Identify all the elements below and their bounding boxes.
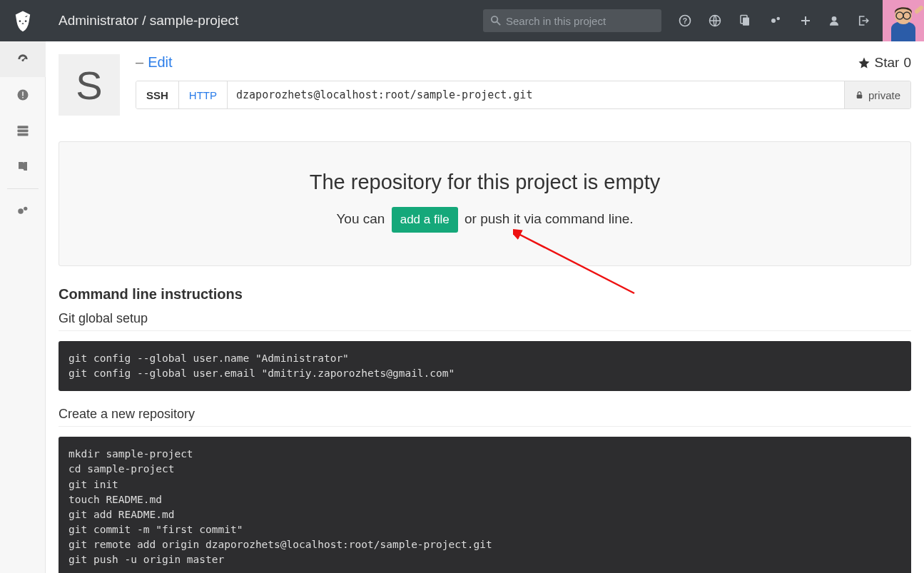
svg-point-0	[492, 16, 497, 22]
help-icon[interactable]: ?	[679, 14, 691, 27]
empty-pre: You can	[336, 211, 385, 226]
global-setup-heading: Git global setup	[59, 311, 911, 331]
visibility-label: private	[868, 89, 900, 101]
top-nav: Administrator / sample-project ?	[0, 0, 924, 41]
cli-heading: Command line instructions	[59, 286, 911, 303]
svg-point-8	[777, 17, 781, 21]
sidebar-separator	[7, 188, 39, 189]
add-file-button[interactable]: add a file	[392, 207, 458, 233]
star-button[interactable]: Star 0	[858, 55, 911, 71]
svg-point-7	[771, 19, 776, 23]
sidebar-item-servers[interactable]	[0, 113, 46, 148]
ssh-tab[interactable]: SSH	[136, 81, 179, 108]
sidebar-item-wiki[interactable]	[0, 148, 46, 184]
visibility-badge: private	[844, 81, 910, 108]
svg-rect-20	[17, 130, 28, 133]
sidebar-item-issues[interactable]	[0, 77, 46, 113]
svg-rect-6	[743, 18, 749, 26]
svg-rect-17	[22, 92, 24, 96]
http-tab[interactable]: HTTP	[179, 81, 228, 108]
create-repo-code[interactable]: mkdir sample-project cd sample-project g…	[59, 437, 911, 573]
copy-icon[interactable]	[738, 14, 751, 27]
svg-rect-18	[22, 97, 24, 98]
empty-title: The repository for this project is empty	[73, 171, 896, 194]
svg-point-23	[24, 207, 27, 211]
star-label: Star	[875, 55, 900, 71]
create-repo-heading: Create a new repository	[59, 407, 911, 427]
star-count: 0	[903, 55, 911, 71]
sidebar-item-dashboard[interactable]	[0, 41, 46, 77]
header-actions: ?	[679, 14, 870, 27]
edit-link[interactable]: Edit	[148, 54, 172, 71]
app-logo[interactable]	[0, 0, 46, 41]
svg-point-22	[18, 208, 24, 214]
clone-row: SSH HTTP dzaporozhets@localhost:root/sam…	[136, 81, 911, 109]
plus-icon[interactable]	[800, 15, 811, 26]
empty-post: or push it via command line.	[464, 211, 634, 226]
star-icon	[858, 56, 870, 69]
left-sidebar	[0, 41, 46, 573]
svg-rect-21	[17, 133, 28, 136]
svg-rect-24	[857, 94, 863, 98]
signout-icon[interactable]	[857, 14, 870, 27]
user-icon[interactable]	[828, 14, 840, 27]
svg-line-25	[517, 233, 634, 293]
globe-icon[interactable]	[709, 14, 721, 27]
gears-icon[interactable]	[768, 14, 783, 27]
global-setup-code[interactable]: git config --global user.name "Administr…	[59, 341, 911, 391]
search-input[interactable]	[483, 9, 661, 32]
empty-repo-panel: The repository for this project is empty…	[59, 141, 911, 266]
user-avatar[interactable]	[883, 0, 924, 41]
project-desc-dash: –	[136, 54, 143, 71]
search-icon	[490, 15, 501, 28]
lock-icon	[855, 90, 864, 100]
clone-url[interactable]: dzaporozhets@localhost:root/sample-proje…	[228, 81, 844, 108]
breadcrumb[interactable]: Administrator / sample-project	[59, 13, 483, 29]
project-avatar: S	[59, 54, 120, 116]
search-wrap	[483, 9, 661, 32]
main-content: S – Edit Star 0 SSH HTTP dzaporozhets@lo…	[46, 41, 924, 573]
svg-line-1	[497, 21, 500, 25]
sidebar-item-settings[interactable]	[0, 193, 46, 229]
svg-text:?: ?	[683, 16, 687, 25]
svg-point-9	[832, 16, 837, 21]
svg-rect-19	[17, 126, 28, 128]
